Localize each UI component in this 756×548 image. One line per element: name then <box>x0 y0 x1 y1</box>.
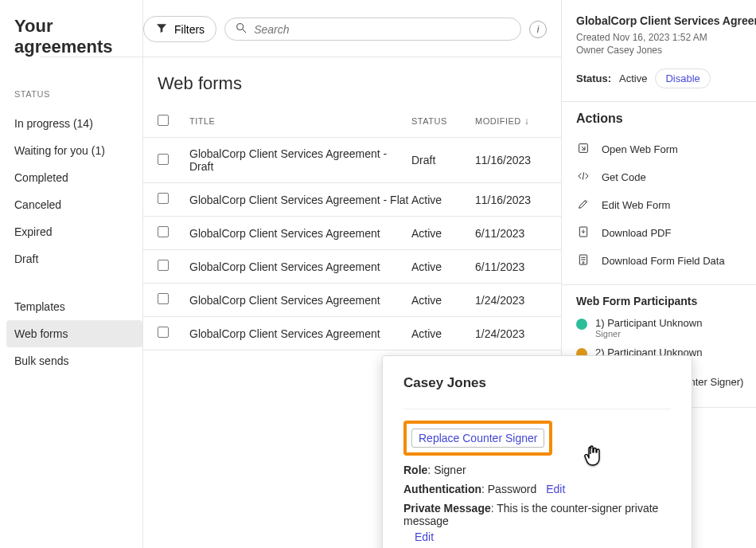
participant-name: 1) Participant Unknown <box>595 317 702 329</box>
row-modified: 11/16/2023 <box>475 154 547 166</box>
participants-heading: Web Form Participants <box>576 295 756 307</box>
web-forms-table: TITLE STATUS MODIFIED↓ GlobalCorp Client… <box>143 105 561 350</box>
search-input[interactable] <box>254 23 511 36</box>
row-modified: 6/11/2023 <box>475 260 547 273</box>
highlight-box: Replace Counter Signer <box>403 421 552 456</box>
divider <box>403 409 671 409</box>
sidebar-item-bulk-sends[interactable]: Bulk sends <box>14 347 142 374</box>
row-title: GlobalCorp Client Services Agreement - F… <box>189 194 411 206</box>
action-label: Get Code <box>602 171 646 183</box>
auth-line: Authentication: PasswordEdit <box>403 483 671 495</box>
row-checkbox[interactable] <box>158 154 169 165</box>
role-line: Role: Signer <box>403 464 671 476</box>
row-status: Draft <box>411 154 475 166</box>
sidebar-item-expired[interactable]: Expired <box>14 218 142 245</box>
col-title[interactable]: TITLE <box>189 116 411 126</box>
row-status: Active <box>411 260 475 273</box>
row-title: GlobalCorp Client Services Agreement - D… <box>189 147 411 173</box>
sidebar-item-draft[interactable]: Draft <box>14 245 142 272</box>
replace-counter-signer-button[interactable]: Replace Counter Signer <box>411 429 544 448</box>
svg-line-1 <box>243 29 246 33</box>
main-content: Filters i Web forms TITLE STATUS MODIFIE… <box>143 0 561 548</box>
status-label: Status: <box>576 72 611 84</box>
row-checkbox[interactable] <box>158 226 169 237</box>
row-status: Active <box>411 294 475 307</box>
col-modified[interactable]: MODIFIED↓ <box>475 115 547 127</box>
private-message-line: Private Message: This is the counter-sig… <box>403 502 671 543</box>
table-row[interactable]: GlobalCorp Client Services AgreementActi… <box>143 217 561 250</box>
section-heading: Web forms <box>143 57 561 105</box>
row-status: Active <box>411 227 475 240</box>
counter-signer-popover: Casey Jones Replace Counter Signer Role:… <box>382 355 692 548</box>
select-all-checkbox[interactable] <box>158 115 169 126</box>
edit-icon <box>576 198 590 213</box>
filters-label: Filters <box>174 23 205 36</box>
action-label: Download PDF <box>602 227 671 239</box>
edit-message-link[interactable]: Edit <box>415 530 671 543</box>
download-icon <box>576 225 590 241</box>
participant-dot <box>576 319 587 330</box>
cursor-hand-icon <box>583 443 604 472</box>
left-sidebar: Your agreements STATUS In progress (14) … <box>0 0 143 548</box>
row-status: Active <box>411 327 475 340</box>
open-icon <box>576 142 590 157</box>
table-row[interactable]: GlobalCorp Client Services AgreementActi… <box>143 317 561 350</box>
row-checkbox[interactable] <box>158 293 169 304</box>
status-value: Active <box>619 72 647 84</box>
action-open[interactable]: Open Web Form <box>576 135 756 163</box>
action-download-form[interactable]: Download Form Field Data <box>576 247 756 275</box>
row-title: GlobalCorp Client Services Agreement <box>189 227 411 240</box>
participant-item[interactable]: 1) Participant UnknownSigner <box>576 317 756 339</box>
row-title: GlobalCorp Client Services Agreement <box>189 327 411 340</box>
popover-name: Casey Jones <box>403 375 671 391</box>
action-label: Download Form Field Data <box>602 255 725 267</box>
action-download[interactable]: Download PDF <box>576 219 756 247</box>
sidebar-item-completed[interactable]: Completed <box>14 164 142 191</box>
row-modified: 11/16/2023 <box>475 194 547 206</box>
action-edit[interactable]: Edit Web Form <box>576 191 756 219</box>
sidebar-item-in-progress[interactable]: In progress (14) <box>14 110 142 137</box>
download-form-icon <box>576 253 590 268</box>
search-field-wrapper[interactable] <box>224 18 521 41</box>
detail-title: GlobalCorp Client Services Agreement <box>576 14 756 27</box>
search-icon <box>235 22 247 37</box>
status-row: Status: Active Disable <box>576 68 756 88</box>
table-row[interactable]: GlobalCorp Client Services AgreementActi… <box>143 250 561 284</box>
info-icon[interactable]: i <box>529 21 547 38</box>
sidebar-item-web-forms[interactable]: Web forms <box>6 320 142 347</box>
participant-role: Signer <box>595 329 702 339</box>
row-checkbox[interactable] <box>158 327 169 338</box>
table-row[interactable]: GlobalCorp Client Services AgreementActi… <box>143 284 561 317</box>
detail-owner: Owner Casey Jones <box>576 45 756 56</box>
svg-point-0 <box>237 24 244 30</box>
status-heading: STATUS <box>14 89 142 99</box>
edit-auth-link[interactable]: Edit <box>546 483 565 495</box>
toolbar: Filters i <box>40 16 561 57</box>
row-status: Active <box>411 194 475 206</box>
row-modified: 1/24/2023 <box>475 327 547 340</box>
row-checkbox[interactable] <box>158 193 169 204</box>
row-checkbox[interactable] <box>158 260 169 271</box>
action-label: Edit Web Form <box>602 199 670 211</box>
sidebar-item-canceled[interactable]: Canceled <box>14 191 142 218</box>
filters-button[interactable]: Filters <box>143 16 216 42</box>
col-status[interactable]: STATUS <box>411 116 475 126</box>
disable-button[interactable]: Disable <box>655 68 710 88</box>
action-code[interactable]: Get Code <box>576 163 756 191</box>
row-modified: 6/11/2023 <box>475 227 547 240</box>
row-title: GlobalCorp Client Services Agreement <box>189 260 411 273</box>
sidebar-item-waiting[interactable]: Waiting for you (1) <box>14 137 142 164</box>
code-icon <box>576 170 590 185</box>
actions-heading: Actions <box>576 112 756 126</box>
filter-icon <box>155 22 168 37</box>
row-title: GlobalCorp Client Services Agreement <box>189 294 411 307</box>
table-row[interactable]: GlobalCorp Client Services Agreement - F… <box>143 183 561 217</box>
sort-desc-icon: ↓ <box>524 115 530 127</box>
sidebar-item-templates[interactable]: Templates <box>14 293 142 320</box>
row-modified: 1/24/2023 <box>475 294 547 307</box>
table-row[interactable]: GlobalCorp Client Services Agreement - D… <box>143 138 561 183</box>
table-header: TITLE STATUS MODIFIED↓ <box>143 105 561 138</box>
action-label: Open Web Form <box>602 143 678 155</box>
detail-created: Created Nov 16, 2023 1:52 AM <box>576 32 756 43</box>
